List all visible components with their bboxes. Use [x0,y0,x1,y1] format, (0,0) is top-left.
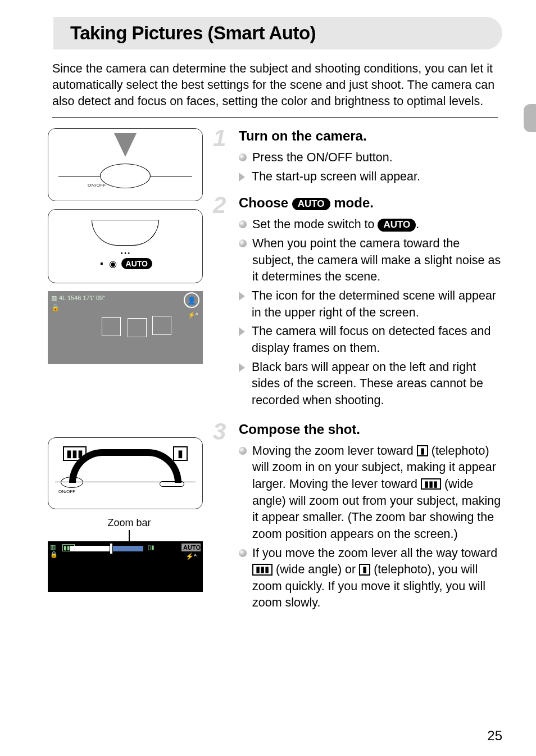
wideangle-inline-icon: ▮▮▮ [421,478,441,490]
page-number: 25 [487,728,502,744]
illustration-power-button: ON/OFF [48,128,203,201]
triangle-icon [239,327,245,336]
intro-paragraph: Since the camera can determine the subje… [52,61,498,110]
telephoto-icon: ▮ [173,446,188,461]
lcd-auto-badge: AUTO [181,544,201,551]
step-3: 3 Compose the shot. Moving the zoom leve… [215,422,502,612]
bullet-icon [239,549,247,557]
wideangle-inline-icon: ▮▮▮ [252,564,272,576]
zoom-bar-caption: Zoom bar [48,517,211,529]
step-2: 2 Choose AUTO mode. Set the mode switch … [215,195,502,409]
onoff-label: ON/OFF [88,183,106,188]
page-side-tab [524,104,536,132]
lcd-status-text: 4L 1546 171' 09'' [59,295,105,301]
title-bar: Taking Pictures (Smart Auto) [53,17,502,49]
auto-mode-badge: AUTO [121,258,152,269]
step-number: 2 [213,192,226,219]
onoff-label-2: ON/OFF [58,489,75,494]
section-divider [52,117,498,118]
movie-icon: ▪ [100,259,103,268]
auto-badge-inline: AUTO [292,198,330,210]
step-number: 1 [213,125,226,152]
bullet-icon [239,220,247,228]
illustration-mode-switch: • • • ▪ ◉ AUTO [48,209,203,283]
zoom-bar-pointer [129,530,130,541]
step-item: Set the mode switch to AUTO. [239,216,502,233]
bullet-icon [239,153,247,161]
step-title: Compose the shot. [239,422,502,437]
bullet-icon [239,239,247,247]
illustrations-column: ON/OFF • • • ▪ ◉ AUTO ▥ 4L 1546 171' 09'… [48,128,211,622]
steps-column: 1 Turn on the camera. Press the ON/OFF b… [215,128,502,622]
flash-auto-icon: ⚡ᴬ [181,553,201,560]
step-number: 3 [213,418,226,445]
content-area: ON/OFF • • • ▪ ◉ AUTO ▥ 4L 1546 171' 09'… [48,128,502,622]
step-item: The start-up screen will appear. [239,169,502,185]
telephoto-inline-icon: ▮ [359,564,370,576]
illustration-lcd-faces: ▥ 4L 1546 171' 09'' 🔒 👤 ⚡ᴬ [48,291,203,364]
step-item: When you point the camera toward the sub… [239,236,502,286]
auto-badge-inline: AUTO [378,219,416,231]
step-title: Turn on the camera. [239,128,502,144]
step-item: The camera will focus on detected faces … [239,323,502,356]
page-title: Taking Pictures (Smart Auto) [70,22,485,44]
illustration-zoom-lever: ▮▮▮ ▮ ON/OFF [48,437,203,509]
triangle-icon [239,363,245,372]
step-1: 1 Turn on the camera. Press the ON/OFF b… [215,128,502,185]
camera-icon: ◉ [109,259,117,269]
step-item: Moving the zoom lever toward ▮ (telephot… [239,443,502,543]
step-item: The icon for the determined scene will a… [239,288,502,321]
step-item: Black bars will appear on the left and r… [239,359,502,409]
step-item: Press the ON/OFF button. [239,150,502,166]
triangle-icon [239,173,245,182]
bullet-icon [239,447,247,455]
illustration-zoom-bar: ▥🔒 ▮▮▮ ▯▮ AUTO ⚡ᴬ [48,541,203,592]
step-title: Choose AUTO mode. [239,195,502,211]
telephoto-inline-icon: ▮ [417,445,428,457]
triangle-icon [239,292,245,301]
arrow-down-icon [114,133,137,157]
step-item: If you move the zoom lever all the way t… [239,545,502,612]
